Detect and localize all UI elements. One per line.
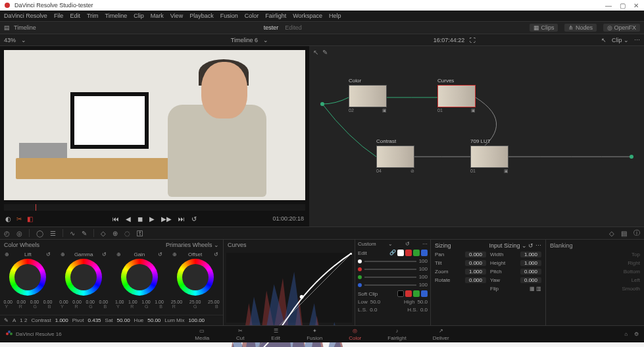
reset-icon[interactable]: ↺: [405, 241, 410, 247]
clip-dropdown[interactable]: Clip ⌄: [612, 37, 629, 43]
camera-raw-icon[interactable]: ◴: [4, 230, 10, 237]
dots-icon[interactable]: ⋯: [422, 241, 428, 247]
viewer-panel: ◐ ✂ ◧ ⏮ ◀ ◼ ▶ ▶▶ ⏭ ↺ 01:00:20:18: [0, 46, 309, 227]
chevron-down-icon[interactable]: ⌄: [263, 37, 268, 43]
offset-wheel[interactable]: ⊕Offset↺ 25.0025.0025.00 RGB: [170, 252, 221, 309]
soft-green-chip[interactable]: [413, 290, 420, 297]
page-edit[interactable]: ☰Edit: [271, 328, 280, 341]
minimize-button[interactable]: —: [605, 2, 612, 9]
node-contrast[interactable]: Contrast 04⊘: [376, 138, 414, 174]
loop-button[interactable]: ↺: [191, 215, 197, 223]
arrow-tool-icon[interactable]: ↖: [601, 37, 607, 43]
picker-icon[interactable]: A: [12, 317, 16, 323]
dots-icon[interactable]: ⋯: [634, 37, 640, 43]
dropper-icon[interactable]: ✎: [322, 49, 328, 56]
pointer-icon[interactable]: ↖: [313, 49, 318, 56]
blue-chip[interactable]: [421, 250, 428, 256]
bypass-icon[interactable]: ◐: [5, 215, 11, 223]
gain-wheel[interactable]: ⊕Gain↺ 1.001.001.001.00 YRGB: [114, 252, 165, 309]
menu-item[interactable]: Mark: [151, 13, 164, 19]
menu-item[interactable]: Help: [329, 13, 341, 19]
menu-item[interactable]: View: [170, 13, 183, 19]
keyframes-icon[interactable]: ◇: [609, 230, 614, 237]
zoom-level[interactable]: 43%: [4, 37, 16, 43]
blur-icon[interactable]: ◌: [124, 230, 130, 237]
settings-icon[interactable]: ⚙: [634, 331, 639, 337]
primaries-mode[interactable]: Primaries Wheels ⌄: [166, 242, 219, 248]
node-709lut[interactable]: 709 LUT 01▣: [470, 138, 508, 174]
soft-red-chip[interactable]: [405, 290, 412, 297]
close-button[interactable]: ✕: [633, 2, 639, 9]
maximize-button[interactable]: ▢: [620, 2, 626, 9]
page-indicator[interactable]: 1 2: [20, 317, 27, 323]
step-back-button[interactable]: ◀: [126, 215, 131, 223]
svg-point-10: [8, 331, 11, 333]
openfx-button[interactable]: ◎ OpenFX: [603, 24, 640, 32]
window-icon[interactable]: ◇: [101, 230, 106, 237]
record-timecode: 01:00:20:18: [272, 215, 304, 222]
color-match-icon[interactable]: ◎: [16, 230, 22, 237]
timeline-label[interactable]: Timeline: [14, 24, 36, 31]
page-fusion[interactable]: ✦Fusion: [307, 328, 322, 341]
menu-item[interactable]: Timeline: [105, 13, 128, 19]
prev-clip-button[interactable]: ⏮: [112, 215, 119, 223]
palette-toolbar: ◴ ◎ ◯ ☰ ∿ ✎ ◇ ⊕ ◌ ⚿ ◇ ▤ ⓘ: [0, 227, 644, 240]
menu-item[interactable]: Playback: [189, 13, 214, 19]
node-color[interactable]: Color 02▣: [349, 78, 387, 113]
menu-item[interactable]: Color: [245, 13, 259, 19]
wipe-icon[interactable]: ◧: [27, 215, 33, 223]
clips-button[interactable]: ▦ Clips: [530, 24, 558, 32]
lum-chip[interactable]: [397, 250, 404, 256]
nodes-button[interactable]: ⋔ Nodes: [564, 24, 597, 32]
expand-icon[interactable]: ⛶: [470, 37, 476, 43]
page-deliver[interactable]: ↗Deliver: [433, 328, 449, 341]
step-fwd-button[interactable]: ▶▶: [161, 215, 172, 223]
project-name: tester: [264, 24, 279, 31]
node-graph[interactable]: ↖ ✎ Color 02▣ Curves 01▣: [309, 46, 644, 227]
menu-item[interactable]: File: [54, 13, 64, 19]
menu-item[interactable]: Trim: [87, 13, 99, 19]
soft-blue-chip[interactable]: [421, 290, 428, 297]
link-icon[interactable]: 🔗: [389, 250, 396, 256]
page-media[interactable]: ▭Media: [195, 328, 209, 341]
preview[interactable]: [4, 50, 305, 200]
page-cut[interactable]: ✂Cut: [235, 328, 245, 341]
play-button[interactable]: ▶: [149, 215, 155, 223]
custom-panel: Custom ⌄ ↺ ⋯ Edit 🔗 100 100 100 100: [355, 240, 431, 325]
title-project: tester: [78, 2, 93, 9]
curves-icon[interactable]: ∿: [70, 230, 75, 237]
auto-balance-icon[interactable]: ✎: [4, 317, 9, 323]
next-clip-button[interactable]: ⏭: [178, 215, 185, 223]
info-icon[interactable]: ⓘ: [633, 228, 640, 238]
menu-item[interactable]: Edit: [70, 13, 80, 19]
soft-all-chip[interactable]: [397, 290, 404, 297]
menu-item[interactable]: Fusion: [220, 13, 238, 19]
menu-item[interactable]: Clip: [134, 13, 144, 19]
red-chip[interactable]: [405, 250, 412, 256]
gamma-wheel[interactable]: ⊕Gamma↺ 0.000.000.000.00 YRGB: [58, 252, 109, 309]
menu-item[interactable]: Workspace: [293, 13, 322, 19]
split-icon[interactable]: ✂: [16, 215, 22, 223]
home-icon[interactable]: ⌂: [624, 331, 628, 337]
scopes-icon[interactable]: ▤: [621, 230, 627, 237]
page-fairlight[interactable]: ♪Fairlight: [387, 328, 406, 341]
flip-h-icon[interactable]: ▦ ▥: [530, 286, 541, 292]
stop-button[interactable]: ◼: [137, 215, 143, 223]
green-chip[interactable]: [413, 250, 420, 256]
timeline-name[interactable]: Timeline 6: [231, 37, 258, 43]
page-color[interactable]: ◎Color: [349, 328, 361, 341]
qualifier-icon[interactable]: ✎: [82, 230, 87, 237]
menu-item[interactable]: Fairlight: [265, 13, 286, 19]
lift-wheel[interactable]: ⊕Lift↺ 0.000.000.000.00 YRGB: [2, 252, 53, 309]
chevron-down-icon[interactable]: ⌄: [21, 37, 26, 43]
curve-editor[interactable]: [226, 253, 352, 323]
menu-item[interactable]: DaVinci Resolve: [4, 13, 47, 19]
key-icon[interactable]: ⚿: [137, 230, 143, 237]
chevron-down-icon[interactable]: ⌄: [388, 241, 393, 247]
scrubber[interactable]: [4, 204, 305, 211]
brand-label: DaVinci Resolve 16: [16, 331, 62, 337]
wheels-icon[interactable]: ◯: [36, 230, 43, 237]
node-curves[interactable]: Curves 01▣: [437, 78, 476, 113]
tracker-icon[interactable]: ⊕: [112, 230, 118, 237]
rgb-mixer-icon[interactable]: ☰: [50, 230, 56, 237]
